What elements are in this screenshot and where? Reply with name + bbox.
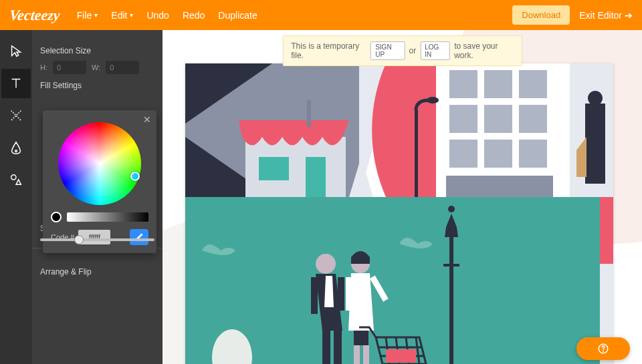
- menu-file[interactable]: File ▾: [77, 10, 98, 21]
- artwork-illustration: [185, 63, 613, 364]
- eyedropper-button[interactable]: [130, 229, 148, 245]
- svg-point-28: [588, 91, 603, 106]
- topbar: Vecteezy File ▾ Edit ▾ Undo Redo Duplica…: [0, 0, 642, 30]
- svg-rect-16: [519, 70, 547, 98]
- chevron-down-icon: ▾: [94, 11, 98, 19]
- width-input[interactable]: [106, 61, 139, 74]
- hex-code-input[interactable]: [78, 230, 110, 244]
- svg-rect-21: [484, 140, 512, 168]
- svg-rect-46: [363, 345, 369, 364]
- svg-rect-7: [306, 157, 326, 197]
- svg-point-25: [427, 97, 439, 104]
- svg-rect-32: [449, 237, 453, 364]
- svg-rect-36: [443, 264, 459, 266]
- tool-crop[interactable]: [1, 101, 31, 130]
- svg-point-61: [603, 351, 604, 352]
- svg-rect-18: [484, 105, 512, 133]
- download-button[interactable]: Download: [512, 5, 570, 25]
- fill-settings-popover: ✕ Code #: [43, 110, 156, 253]
- svg-rect-23: [446, 176, 553, 197]
- svg-point-37: [316, 254, 336, 274]
- tool-pen[interactable]: [1, 133, 31, 162]
- color-wheel[interactable]: [58, 122, 141, 205]
- svg-rect-38: [322, 331, 330, 364]
- canvas-area: This is a temporary file. SIGN UP or LOG…: [163, 30, 642, 364]
- temp-file-notice: This is a temporary file. SIGN UP or LOG…: [282, 35, 522, 66]
- svg-rect-24: [415, 110, 418, 197]
- notice-text-post: to save your work.: [454, 41, 514, 60]
- exit-editor-label: Exit Editor: [579, 10, 622, 21]
- svg-rect-48: [346, 277, 352, 311]
- width-label: W:: [92, 63, 100, 71]
- height-label: H:: [40, 63, 47, 71]
- svg-point-0: [11, 175, 16, 180]
- exit-editor-button[interactable]: Exit Editor ➔: [579, 10, 633, 21]
- menu-edit-label: Edit: [111, 10, 127, 21]
- signup-button[interactable]: SIGN UP: [370, 41, 405, 60]
- properties-panel: Selection Size H: W: Fill Settings ✕ Cod…: [32, 30, 163, 364]
- svg-rect-40: [311, 277, 318, 314]
- arrow-right-icon: ➔: [625, 10, 633, 21]
- svg-rect-10: [307, 100, 311, 127]
- tool-select[interactable]: [1, 37, 31, 66]
- menu-undo[interactable]: Undo: [146, 10, 169, 21]
- svg-rect-6: [259, 157, 289, 180]
- color-wheel-handle[interactable]: [130, 172, 140, 181]
- svg-rect-57: [386, 349, 416, 363]
- svg-rect-41: [338, 277, 344, 311]
- close-icon[interactable]: ✕: [143, 114, 151, 125]
- login-button[interactable]: LOG IN: [420, 41, 450, 60]
- svg-rect-22: [519, 140, 547, 168]
- help-button[interactable]: [576, 337, 630, 360]
- fill-settings-title: Fill Settings: [40, 81, 154, 90]
- tool-shapes[interactable]: [1, 165, 31, 194]
- brightness-slider[interactable]: [67, 212, 148, 222]
- svg-rect-39: [334, 331, 342, 364]
- svg-rect-27: [585, 104, 605, 184]
- svg-rect-44: [354, 331, 368, 345]
- svg-marker-33: [445, 227, 458, 237]
- height-input[interactable]: [53, 61, 86, 74]
- svg-marker-42: [324, 276, 334, 307]
- artboard[interactable]: [185, 63, 613, 364]
- menu-redo[interactable]: Redo: [183, 10, 205, 21]
- chevron-down-icon: ▾: [130, 11, 133, 19]
- brightness-preview: [51, 212, 62, 222]
- top-menu: File ▾ Edit ▾ Undo Redo Duplicate: [77, 10, 257, 21]
- tool-text[interactable]: [1, 69, 31, 98]
- svg-rect-59: [600, 197, 613, 264]
- svg-rect-17: [449, 105, 477, 133]
- menu-duplicate[interactable]: Duplicate: [218, 10, 257, 21]
- svg-point-35: [448, 206, 455, 212]
- svg-rect-30: [185, 197, 613, 364]
- brand-logo: Vecteezy: [9, 7, 61, 24]
- svg-rect-15: [484, 70, 512, 98]
- notice-text-or: or: [409, 46, 417, 55]
- menu-edit[interactable]: Edit ▾: [111, 10, 133, 21]
- svg-rect-14: [449, 70, 477, 98]
- svg-rect-20: [449, 140, 477, 168]
- stroke-size-slider[interactable]: [40, 238, 154, 241]
- notice-text-pre: This is a temporary file.: [291, 41, 366, 60]
- selection-size-title: Selection Size: [40, 46, 154, 55]
- tool-rail: [0, 30, 32, 364]
- help-icon: [597, 343, 609, 355]
- svg-rect-45: [354, 345, 360, 364]
- menu-file-label: File: [77, 10, 92, 21]
- arrange-flip-title: Arrange & Flip: [40, 267, 154, 277]
- svg-rect-19: [519, 105, 547, 133]
